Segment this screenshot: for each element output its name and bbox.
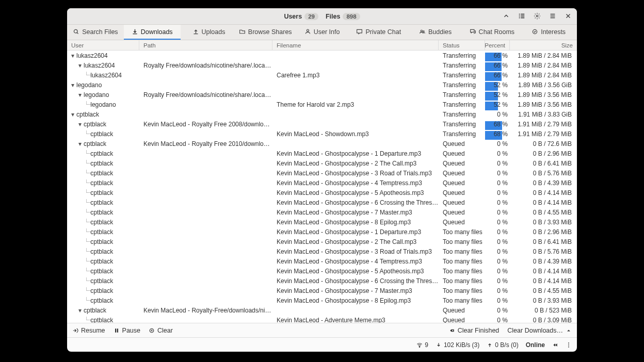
transfer-row[interactable]: ▾cptblackKevin MacLeod - Royalty Free 20…	[67, 119, 577, 129]
svg-rect-5	[521, 18, 524, 19]
transfer-row[interactable]: └─ cptblackKevin MacLeod - Ghostpocalyps…	[67, 266, 577, 276]
settings-icon[interactable]	[530, 9, 544, 23]
transfer-row[interactable]: └─ cptblackKevin MacLeod - Ghostpocalyps…	[67, 217, 577, 227]
col-status[interactable]: Status	[439, 40, 485, 50]
transfer-row[interactable]: └─ cptblackKevin MacLeod - Ghostpocalyps…	[67, 149, 577, 158]
transfer-row[interactable]: └─ cptblackKevin MacLeod - Ghostpocalyps…	[67, 286, 577, 295]
status-cell: Transferring	[439, 72, 485, 79]
filename-cell: Kevin MacLeod - Ghostpocalypse - 2 The C…	[272, 238, 439, 245]
percent-cell: 0 %	[485, 277, 510, 285]
transfer-row[interactable]: └─ cptblackKevin MacLeod - Ghostpocalyps…	[67, 227, 577, 237]
filename-cell: Kevin MacLeod - Ghostpocalypse - 3 Road …	[272, 170, 439, 177]
filename-cell: Kevin MacLeod - Ghostpocalypse - 8 Epilo…	[272, 297, 439, 304]
col-size[interactable]: Size	[510, 40, 577, 50]
path-cell: Kevin MacLeod - Royalty Free 2008/downlo…	[139, 121, 272, 128]
tab-private[interactable]: Private Chat	[350, 25, 407, 40]
list-view-icon[interactable]	[515, 9, 528, 23]
percent-cell: 0 %	[485, 150, 510, 157]
action-bar: Resume Pause Clear Clear Finished Clear …	[67, 323, 577, 337]
tab-interests[interactable]: Interests	[520, 25, 577, 40]
transfer-row[interactable]: └─ cptblackKevin MacLeod - Ghostpocalyps…	[67, 178, 577, 188]
tog-
gle-icon[interactable]: ▾	[70, 111, 75, 118]
transfer-row[interactable]: ▾legodanoTransferring52 %1.89 MiB / 3.56…	[67, 80, 577, 90]
rewind-icon[interactable]	[552, 342, 558, 348]
status-bar: 9 102 KiB/s (3) 0 B/s (0) Online	[67, 337, 577, 352]
users-label: Users	[284, 13, 302, 20]
transfer-row[interactable]: └─ cptblackKevin MacLeod - Ghostpocalyps…	[67, 188, 577, 198]
transfer-row[interactable]: └─ cptblackKevin MacLeod - Ghostpocalyps…	[67, 198, 577, 207]
tog-
gle-icon[interactable]: ▾	[70, 52, 75, 59]
kebab-menu-icon[interactable]	[566, 342, 572, 348]
tab-buddies[interactable]: Buddies	[407, 25, 464, 40]
tab-search[interactable]: Search Files	[67, 25, 124, 40]
tab-browse[interactable]: Browse Shares	[237, 25, 294, 40]
transfer-row[interactable]: ▾cptblackKevin MacLeod - Royalty Free 20…	[67, 139, 577, 149]
transfer-row[interactable]: └─ cptblackKevin MacLeod - Showdown.mp3T…	[67, 129, 577, 139]
clear-downloads-button[interactable]: Clear Downloads…	[507, 327, 572, 334]
tog-
gle-icon[interactable]: ▾	[77, 121, 83, 128]
col-filename[interactable]: Filename	[272, 40, 439, 50]
filename-cell: Kevin MacLeod - Ghostpocalypse - 5 Apoth…	[272, 189, 439, 196]
tab-rooms[interactable]: Chat Rooms	[463, 25, 520, 40]
tab-userinfo[interactable]: User Info	[294, 25, 350, 40]
clear-finished-button[interactable]: Clear Finished	[449, 327, 500, 334]
status-cell: Too many files	[439, 248, 485, 255]
tog-
gle-icon[interactable]: ▾	[70, 81, 75, 89]
tog-
gle-icon[interactable]: ▾	[77, 62, 83, 69]
user-cell: cptblack	[90, 248, 113, 255]
transfer-row[interactable]: └─ cptblackKevin MacLeod - Adventure Mem…	[67, 315, 577, 323]
svg-rect-13	[117, 328, 118, 333]
close-icon[interactable]	[561, 9, 575, 23]
user-cell: cptblack	[90, 130, 113, 138]
col-percent[interactable]: Percent	[485, 40, 510, 50]
size-cell: 0 B / 4.55 MiB	[510, 209, 577, 216]
transfer-list[interactable]: ▾lukasz2604Transferring66 %1.89 MiB / 2.…	[67, 51, 577, 323]
status-cell: Transferring	[439, 52, 485, 59]
status-cell: Queued	[439, 150, 485, 157]
transfer-row[interactable]: └─ lukasz2604Carefree 1.mp3Transferring6…	[67, 70, 577, 80]
svg-rect-4	[519, 18, 520, 19]
col-path[interactable]: Path	[139, 40, 272, 50]
filename-cell: Theme for Harold var 2.mp3	[272, 101, 439, 108]
transfer-row[interactable]: └─ cptblackKevin MacLeod - Ghostpocalyps…	[67, 237, 577, 246]
collapse-up-icon[interactable]	[500, 9, 513, 23]
transfer-row[interactable]: └─ cptblackKevin MacLeod - Ghostpocalyps…	[67, 207, 577, 217]
user-cell: cptblack	[90, 317, 113, 323]
user-cell: legodano	[90, 101, 116, 108]
user-cell: cptblack	[90, 150, 113, 157]
transfer-row[interactable]: └─ cptblackKevin MacLeod - Ghostpocalyps…	[67, 158, 577, 168]
tog-
gle-icon[interactable]: ▾	[77, 91, 83, 98]
transfer-row[interactable]: └─ cptblackKevin MacLeod - Ghostpocalyps…	[67, 256, 577, 266]
pause-button[interactable]: Pause	[114, 327, 140, 334]
transfer-row[interactable]: └─ cptblackKevin MacLeod - Ghostpocalyps…	[67, 295, 577, 305]
transfer-row[interactable]: ▾lukasz2604Transferring66 %1.89 MiB / 2.…	[67, 51, 577, 60]
size-cell: 0 B / 5.76 MiB	[510, 170, 577, 177]
transfer-row[interactable]: ▾legodanoRoyalty Free/downloads/nicotine…	[67, 90, 577, 100]
tab-downloads[interactable]: Downloads	[124, 25, 181, 40]
transfer-row[interactable]: └─ cptblackKevin MacLeod - Ghostpocalyps…	[67, 168, 577, 178]
status-cell: Transferring	[439, 121, 485, 128]
hamburger-menu-icon[interactable]	[546, 9, 559, 23]
status-cell: Queued	[439, 160, 485, 167]
tab-uploads[interactable]: Uploads	[181, 25, 237, 40]
user-cell: cptblack	[90, 160, 113, 167]
percent-cell: 0 %	[485, 317, 510, 323]
clear-button[interactable]: Clear	[149, 327, 173, 334]
percent-cell: 0 %	[485, 209, 510, 216]
resume-button[interactable]: Resume	[72, 327, 105, 334]
filename-cell: Kevin MacLeod - Ghostpocalypse - 2 The C…	[272, 160, 439, 167]
transfer-row[interactable]: └─ legodanoTheme for Harold var 2.mp3Tra…	[67, 100, 577, 109]
size-cell: 1.89 MiB / 3.56 MiB	[510, 101, 577, 108]
tog-
gle-icon[interactable]: ▾	[77, 307, 83, 314]
col-user[interactable]: User	[67, 40, 139, 50]
svg-rect-0	[519, 14, 520, 15]
transfer-row[interactable]: └─ cptblackKevin MacLeod - Ghostpocalyps…	[67, 246, 577, 256]
transfer-row[interactable]: ▾lukasz2604Royalty Free/downloads/nicoti…	[67, 60, 577, 70]
transfer-row[interactable]: ▾cptblackTransferring0 %1.91 MiB / 3.83 …	[67, 109, 577, 119]
size-cell: 1.89 MiB / 2.84 MiB	[510, 62, 577, 69]
transfer-row[interactable]: └─ cptblackKevin MacLeod - Ghostpocalyps…	[67, 276, 577, 286]
user-cell: cptblack	[90, 297, 113, 304]
tog-
gle-icon[interactable]: ▾	[77, 140, 83, 147]
users-count: 29	[304, 13, 318, 20]
transfer-row[interactable]: ▾cptblackKevin MacLeod - Royalty-Free/do…	[67, 305, 577, 315]
